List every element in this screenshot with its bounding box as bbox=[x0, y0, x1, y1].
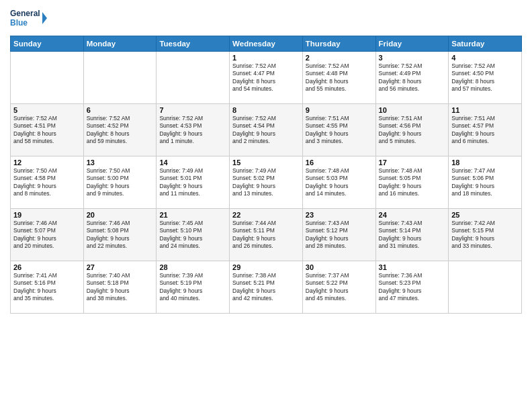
cell-content: Sunrise: 7:38 AM Sunset: 5:21 PM Dayligh… bbox=[232, 272, 300, 303]
week-row-5: 26Sunrise: 7:41 AM Sunset: 5:16 PM Dayli… bbox=[11, 261, 522, 314]
calendar-cell: 18Sunrise: 7:47 AM Sunset: 5:06 PM Dayli… bbox=[449, 156, 522, 209]
cell-content: Sunrise: 7:39 AM Sunset: 5:19 PM Dayligh… bbox=[159, 272, 226, 303]
cell-content: Sunrise: 7:52 AM Sunset: 4:53 PM Dayligh… bbox=[159, 115, 226, 146]
header: General Blue bbox=[10, 7, 522, 30]
cell-content: Sunrise: 7:47 AM Sunset: 5:06 PM Dayligh… bbox=[451, 167, 519, 198]
day-number: 5 bbox=[13, 106, 81, 114]
day-number: 14 bbox=[159, 158, 226, 167]
cell-content: Sunrise: 7:52 AM Sunset: 4:47 PM Dayligh… bbox=[232, 62, 300, 93]
day-header-friday: Friday bbox=[375, 36, 449, 52]
calendar-cell: 15Sunrise: 7:49 AM Sunset: 5:02 PM Dayli… bbox=[230, 156, 303, 209]
day-number: 2 bbox=[306, 54, 373, 62]
cell-content: Sunrise: 7:46 AM Sunset: 5:07 PM Dayligh… bbox=[13, 220, 81, 250]
day-number: 21 bbox=[159, 211, 226, 219]
day-number: 17 bbox=[379, 158, 446, 167]
calendar-cell: 19Sunrise: 7:46 AM Sunset: 5:07 PM Dayli… bbox=[11, 209, 84, 261]
day-header-thursday: Thursday bbox=[302, 36, 375, 52]
cell-content: Sunrise: 7:48 AM Sunset: 5:03 PM Dayligh… bbox=[306, 167, 373, 198]
day-number: 9 bbox=[306, 106, 373, 114]
cell-content: Sunrise: 7:52 AM Sunset: 4:48 PM Dayligh… bbox=[306, 62, 373, 93]
calendar-cell: 29Sunrise: 7:38 AM Sunset: 5:21 PM Dayli… bbox=[230, 261, 303, 314]
day-number: 27 bbox=[87, 263, 154, 271]
day-number: 20 bbox=[87, 211, 154, 219]
day-number: 4 bbox=[451, 54, 519, 62]
cell-content: Sunrise: 7:49 AM Sunset: 5:02 PM Dayligh… bbox=[232, 167, 300, 198]
cell-content: Sunrise: 7:41 AM Sunset: 5:16 PM Dayligh… bbox=[13, 272, 81, 303]
cell-content: Sunrise: 7:48 AM Sunset: 5:05 PM Dayligh… bbox=[379, 167, 446, 198]
calendar-cell: 5Sunrise: 7:52 AM Sunset: 4:51 PM Daylig… bbox=[11, 104, 84, 156]
calendar-cell: 4Sunrise: 7:52 AM Sunset: 4:50 PM Daylig… bbox=[449, 52, 522, 104]
cell-content: Sunrise: 7:37 AM Sunset: 5:22 PM Dayligh… bbox=[306, 272, 373, 303]
calendar-cell bbox=[157, 52, 230, 104]
cell-content: Sunrise: 7:42 AM Sunset: 5:15 PM Dayligh… bbox=[451, 220, 519, 250]
cell-content: Sunrise: 7:50 AM Sunset: 5:00 PM Dayligh… bbox=[87, 167, 154, 198]
day-header-wednesday: Wednesday bbox=[230, 36, 303, 52]
logo-svg: General Blue bbox=[10, 7, 47, 30]
day-headers: SundayMondayTuesdayWednesdayThursdayFrid… bbox=[11, 36, 522, 52]
day-header-tuesday: Tuesday bbox=[157, 36, 230, 52]
day-number: 24 bbox=[379, 211, 446, 219]
calendar-cell: 21Sunrise: 7:45 AM Sunset: 5:10 PM Dayli… bbox=[157, 209, 230, 261]
calendar-cell: 8Sunrise: 7:52 AM Sunset: 4:54 PM Daylig… bbox=[230, 104, 303, 156]
calendar-cell: 31Sunrise: 7:36 AM Sunset: 5:23 PM Dayli… bbox=[375, 261, 449, 314]
day-number: 7 bbox=[159, 106, 226, 114]
calendar-cell: 12Sunrise: 7:50 AM Sunset: 4:58 PM Dayli… bbox=[11, 156, 84, 209]
calendar-cell: 7Sunrise: 7:52 AM Sunset: 4:53 PM Daylig… bbox=[157, 104, 230, 156]
cell-content: Sunrise: 7:46 AM Sunset: 5:08 PM Dayligh… bbox=[87, 220, 154, 250]
calendar-cell: 3Sunrise: 7:52 AM Sunset: 4:49 PM Daylig… bbox=[375, 52, 449, 104]
cell-content: Sunrise: 7:52 AM Sunset: 4:52 PM Dayligh… bbox=[87, 115, 154, 146]
cell-content: Sunrise: 7:36 AM Sunset: 5:23 PM Dayligh… bbox=[379, 272, 446, 303]
week-row-1: 1Sunrise: 7:52 AM Sunset: 4:47 PM Daylig… bbox=[11, 52, 522, 104]
calendar-cell bbox=[83, 52, 157, 104]
calendar-cell: 30Sunrise: 7:37 AM Sunset: 5:22 PM Dayli… bbox=[302, 261, 375, 314]
calendar-cell: 6Sunrise: 7:52 AM Sunset: 4:52 PM Daylig… bbox=[83, 104, 157, 156]
cell-content: Sunrise: 7:52 AM Sunset: 4:54 PM Dayligh… bbox=[232, 115, 300, 146]
day-number: 25 bbox=[451, 211, 519, 219]
day-number: 22 bbox=[232, 211, 300, 219]
cell-content: Sunrise: 7:51 AM Sunset: 4:57 PM Dayligh… bbox=[451, 115, 519, 146]
day-header-monday: Monday bbox=[83, 36, 157, 52]
logo: General Blue bbox=[10, 7, 47, 30]
cell-content: Sunrise: 7:52 AM Sunset: 4:51 PM Dayligh… bbox=[13, 115, 81, 146]
day-number: 16 bbox=[306, 158, 373, 167]
cell-content: Sunrise: 7:43 AM Sunset: 5:14 PM Dayligh… bbox=[379, 220, 446, 250]
cell-content: Sunrise: 7:45 AM Sunset: 5:10 PM Dayligh… bbox=[159, 220, 226, 250]
calendar-cell: 17Sunrise: 7:48 AM Sunset: 5:05 PM Dayli… bbox=[375, 156, 449, 209]
cell-content: Sunrise: 7:50 AM Sunset: 4:58 PM Dayligh… bbox=[13, 167, 81, 198]
day-number: 15 bbox=[232, 158, 300, 167]
week-row-3: 12Sunrise: 7:50 AM Sunset: 4:58 PM Dayli… bbox=[11, 156, 522, 209]
day-number: 8 bbox=[232, 106, 300, 114]
day-number: 10 bbox=[379, 106, 446, 114]
day-number: 28 bbox=[159, 263, 226, 271]
calendar-cell bbox=[11, 52, 84, 104]
day-header-sunday: Sunday bbox=[11, 36, 84, 52]
svg-marker-2 bbox=[42, 12, 47, 24]
cell-content: Sunrise: 7:51 AM Sunset: 4:56 PM Dayligh… bbox=[379, 115, 446, 146]
day-number: 3 bbox=[379, 54, 446, 62]
calendar-cell: 22Sunrise: 7:44 AM Sunset: 5:11 PM Dayli… bbox=[230, 209, 303, 261]
day-number: 26 bbox=[13, 263, 81, 271]
cell-content: Sunrise: 7:52 AM Sunset: 4:50 PM Dayligh… bbox=[451, 62, 519, 93]
day-header-saturday: Saturday bbox=[449, 36, 522, 52]
cell-content: Sunrise: 7:43 AM Sunset: 5:12 PM Dayligh… bbox=[306, 220, 373, 250]
day-number: 6 bbox=[87, 106, 154, 114]
day-number: 19 bbox=[13, 211, 81, 219]
calendar: SundayMondayTuesdayWednesdayThursdayFrid… bbox=[10, 36, 522, 314]
calendar-cell: 25Sunrise: 7:42 AM Sunset: 5:15 PM Dayli… bbox=[449, 209, 522, 261]
cell-content: Sunrise: 7:40 AM Sunset: 5:18 PM Dayligh… bbox=[87, 272, 154, 303]
calendar-cell: 13Sunrise: 7:50 AM Sunset: 5:00 PM Dayli… bbox=[83, 156, 157, 209]
week-row-4: 19Sunrise: 7:46 AM Sunset: 5:07 PM Dayli… bbox=[11, 209, 522, 261]
cell-content: Sunrise: 7:44 AM Sunset: 5:11 PM Dayligh… bbox=[232, 220, 300, 250]
calendar-cell: 11Sunrise: 7:51 AM Sunset: 4:57 PM Dayli… bbox=[449, 104, 522, 156]
calendar-cell: 9Sunrise: 7:51 AM Sunset: 4:55 PM Daylig… bbox=[302, 104, 375, 156]
page: General Blue SundayMondayTuesdayWednesda… bbox=[0, 0, 532, 411]
cell-content: Sunrise: 7:51 AM Sunset: 4:55 PM Dayligh… bbox=[306, 115, 373, 146]
calendar-cell: 16Sunrise: 7:48 AM Sunset: 5:03 PM Dayli… bbox=[302, 156, 375, 209]
calendar-cell: 24Sunrise: 7:43 AM Sunset: 5:14 PM Dayli… bbox=[375, 209, 449, 261]
calendar-cell: 27Sunrise: 7:40 AM Sunset: 5:18 PM Dayli… bbox=[83, 261, 157, 314]
day-number: 30 bbox=[306, 263, 373, 271]
svg-text:General: General bbox=[10, 9, 40, 18]
calendar-cell: 20Sunrise: 7:46 AM Sunset: 5:08 PM Dayli… bbox=[83, 209, 157, 261]
calendar-cell: 14Sunrise: 7:49 AM Sunset: 5:01 PM Dayli… bbox=[157, 156, 230, 209]
calendar-cell: 1Sunrise: 7:52 AM Sunset: 4:47 PM Daylig… bbox=[230, 52, 303, 104]
